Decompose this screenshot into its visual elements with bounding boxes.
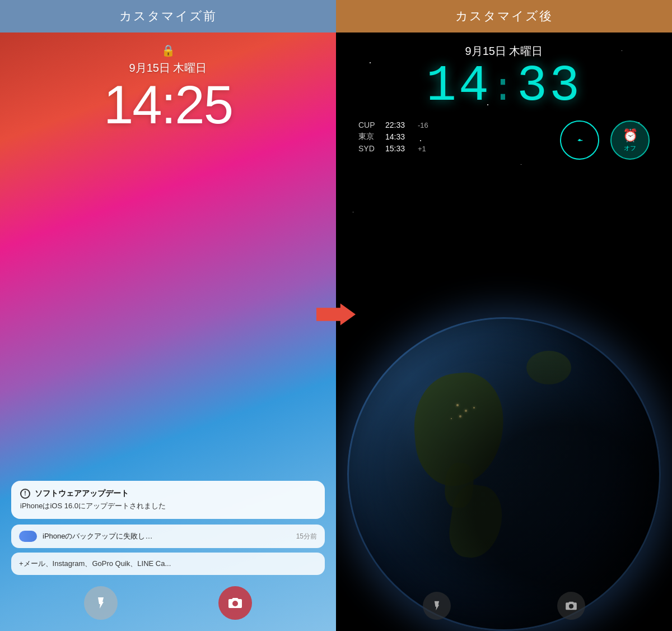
clock-offset-syd: +1 bbox=[418, 145, 426, 153]
right-phone-area: 9月15日 木曜日 14:33 CUP 22:33 -16 東京 bbox=[336, 33, 672, 631]
right-time: 14:33 bbox=[353, 61, 655, 112]
right-time-colon: : bbox=[491, 67, 517, 112]
clock-row-tokyo: 東京 14:33 bbox=[358, 132, 549, 142]
alarm-widget[interactable]: ⏰ オフ bbox=[610, 120, 650, 160]
camera-icon bbox=[228, 597, 242, 609]
camera-button[interactable] bbox=[218, 586, 252, 620]
flashlight-icon bbox=[94, 596, 108, 610]
arrow-container bbox=[316, 300, 356, 331]
notif-text-2: iPhoneのバックアップに失敗し… bbox=[43, 531, 291, 541]
right-camera-icon bbox=[565, 601, 577, 611]
alarm-label: オフ bbox=[624, 144, 636, 152]
right-camera-button[interactable] bbox=[557, 592, 585, 620]
right-header-title: カスタマイズ後 bbox=[455, 9, 553, 23]
left-time: 14:25 bbox=[104, 78, 232, 132]
left-date: 9月15日 木曜日 bbox=[129, 61, 207, 76]
analog-clock-widget[interactable]: -- bbox=[560, 120, 599, 160]
backup-icon bbox=[19, 531, 37, 542]
clock-row-syd: SYD 15:33 +1 bbox=[358, 144, 549, 153]
clock-time-syd: 15:33 bbox=[385, 144, 411, 153]
right-time-hours: 14 bbox=[426, 58, 491, 115]
clock-city-tokyo: 東京 bbox=[358, 132, 379, 142]
right-flashlight-button[interactable] bbox=[423, 592, 451, 620]
notif-time-2: 15分前 bbox=[296, 532, 317, 541]
clock-offset-cup: -16 bbox=[418, 121, 428, 129]
world-clocks: CUP 22:33 -16 東京 14:33 SYD 15:33 +1 bbox=[358, 120, 549, 155]
left-header: カスタマイズ前 bbox=[0, 0, 336, 33]
notif-title-1: ! ソフトウェアアップデート bbox=[20, 489, 316, 499]
right-header: カスタマイズ後 bbox=[336, 0, 672, 33]
right-phone-content: 9月15日 木曜日 14:33 CUP 22:33 -16 東京 bbox=[336, 33, 672, 160]
world-clocks-row: CUP 22:33 -16 東京 14:33 SYD 15:33 +1 bbox=[353, 120, 655, 160]
left-phone-area: 🔒 9月15日 木曜日 14:25 ! ソフトウェアアップデート iPhoneは… bbox=[0, 33, 336, 631]
svg-marker-0 bbox=[316, 304, 356, 326]
clock-city-cup: CUP bbox=[358, 120, 379, 129]
main-container: カスタマイズ前 🔒 9月15日 木曜日 14:25 ! ソフトウェアアップデート… bbox=[0, 0, 672, 631]
lock-icon: 🔒 bbox=[161, 44, 175, 57]
notification-card-2: iPhoneのバックアップに失敗し… 15分前 bbox=[11, 525, 325, 548]
notification-card-3: +メール、Instagram、GoPro Quik、LINE Ca... bbox=[11, 553, 325, 575]
notifications-area: ! ソフトウェアアップデート iPhoneはiOS 16.0にアップデートされま… bbox=[11, 481, 325, 575]
left-bottom-controls bbox=[0, 586, 336, 620]
right-arrow-icon bbox=[316, 300, 356, 328]
clock-row-cup: CUP 22:33 -16 bbox=[358, 120, 549, 129]
alarm-icon: ⏰ bbox=[623, 128, 638, 143]
clock-city-syd: SYD bbox=[358, 144, 379, 153]
earth-globe bbox=[347, 317, 661, 631]
notif-icon-1: ! bbox=[20, 489, 30, 499]
flashlight-button[interactable] bbox=[84, 586, 118, 620]
clock-center-dot bbox=[578, 139, 581, 141]
right-time-minutes: 33 bbox=[517, 58, 582, 115]
notif-body-1: iPhoneはiOS 16.0にアップデートされました bbox=[20, 501, 316, 511]
left-panel: カスタマイズ前 🔒 9月15日 木曜日 14:25 ! ソフトウェアアップデート… bbox=[0, 0, 336, 631]
clock-time-cup: 22:33 bbox=[385, 120, 411, 129]
right-flashlight-icon bbox=[431, 600, 442, 611]
notification-card-1: ! ソフトウェアアップデート iPhoneはiOS 16.0にアップデートされま… bbox=[11, 481, 325, 519]
right-bottom-controls bbox=[336, 592, 672, 620]
right-date: 9月15日 木曜日 bbox=[353, 44, 655, 59]
notif-text-3: +メール、Instagram、GoPro Quik、LINE Ca... bbox=[19, 559, 171, 568]
right-panel: カスタマイズ後 bbox=[336, 0, 672, 631]
left-header-title: カスタマイズ前 bbox=[119, 9, 217, 23]
left-phone-content: 🔒 9月15日 木曜日 14:25 bbox=[0, 33, 336, 137]
clock-time-tokyo: 14:33 bbox=[385, 132, 411, 141]
